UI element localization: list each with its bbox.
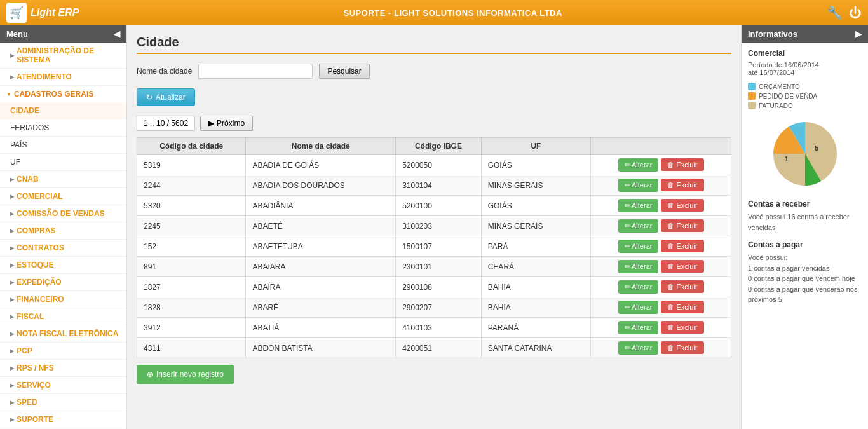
sidebar: Menu ◀ ▶ ADMINISTRAÇÃO DE SISTEMA ▶ ATEN… bbox=[0, 25, 127, 429]
header-icons: 🔧 ⏻ bbox=[827, 5, 862, 20]
alterar-button[interactable]: ✏ Alterar bbox=[618, 321, 659, 334]
cell-uf: BAHIA bbox=[481, 297, 590, 318]
power-icon[interactable]: ⏻ bbox=[849, 6, 862, 20]
sidebar-item-label: UF bbox=[10, 158, 20, 167]
next-icon: ▶ bbox=[208, 119, 214, 128]
excluir-button[interactable]: 🗑 Excluir bbox=[661, 341, 703, 354]
excluir-button[interactable]: 🗑 Excluir bbox=[661, 280, 703, 293]
alterar-button[interactable]: ✏ Alterar bbox=[618, 199, 659, 212]
sidebar-item-sped[interactable]: ▶ SPED bbox=[0, 394, 126, 411]
cell-codigo: 1827 bbox=[137, 277, 246, 297]
insert-button[interactable]: ⊕ Inserir novo registro bbox=[137, 365, 234, 384]
sidebar-item-label: CONTRATOS bbox=[17, 243, 64, 252]
sidebar-item-pais[interactable]: PAÍS bbox=[0, 137, 126, 154]
cell-codigo: 4311 bbox=[137, 338, 246, 358]
sidebar-item-label: COMERCIAL bbox=[17, 192, 63, 201]
sidebar-item-cnab[interactable]: ▶ CNAB bbox=[0, 171, 126, 188]
cell-ibge: 5200100 bbox=[396, 196, 482, 216]
wrench-icon[interactable]: 🔧 bbox=[827, 5, 843, 20]
alterar-button[interactable]: ✏ Alterar bbox=[618, 219, 659, 233]
sidebar-item-feriados[interactable]: FERIADOS bbox=[0, 119, 126, 137]
excluir-button[interactable]: 🗑 Excluir bbox=[661, 301, 703, 313]
sidebar-item-label: PCP bbox=[17, 346, 32, 355]
cell-actions: ✏ Alterar🗑 Excluir bbox=[591, 318, 731, 338]
search-button[interactable]: Pesquisar bbox=[319, 64, 369, 79]
excluir-button[interactable]: 🗑 Excluir bbox=[661, 158, 703, 171]
sidebar-item-contratos[interactable]: ▶ CONTRATOS bbox=[0, 240, 126, 257]
alterar-button[interactable]: ✏ Alterar bbox=[618, 280, 659, 294]
sidebar-item-estoque[interactable]: ▶ ESTOQUE bbox=[0, 257, 126, 274]
refresh-icon: ↻ bbox=[146, 93, 153, 102]
sidebar-item-rps[interactable]: ▶ RPS / NFS bbox=[0, 360, 126, 377]
sidebar-item-label: COMISSÃO DE VENDAS bbox=[17, 209, 105, 218]
contas-receber-title: Contas a receber bbox=[748, 200, 862, 208]
sidebar-item-comissao[interactable]: ▶ COMISSÃO DE VENDAS bbox=[0, 205, 126, 222]
alterar-button[interactable]: ✏ Alterar bbox=[618, 179, 659, 192]
alterar-button[interactable]: ✏ Alterar bbox=[618, 158, 659, 172]
sidebar-collapse-icon[interactable]: ◀ bbox=[114, 29, 120, 39]
sidebar-item-label: CADASTROS GERAIS bbox=[14, 90, 93, 99]
search-bar: Nome da cidade Pesquisar bbox=[137, 64, 731, 79]
cell-ibge: 2900108 bbox=[396, 277, 482, 297]
cell-codigo: 5320 bbox=[137, 196, 246, 216]
pie-chart: 5 1 bbox=[748, 116, 862, 192]
sidebar-item-label: PAÍS bbox=[10, 140, 27, 149]
sidebar-item-fiscal[interactable]: ▶ FISCAL bbox=[0, 308, 126, 325]
excluir-button[interactable]: 🗑 Excluir bbox=[661, 219, 703, 232]
comercial-title: Comercial bbox=[748, 49, 862, 58]
cell-uf: GOIÁS bbox=[481, 196, 590, 216]
excluir-button[interactable]: 🗑 Excluir bbox=[661, 260, 703, 273]
sidebar-item-compras[interactable]: ▶ COMPRAS bbox=[0, 222, 126, 240]
excluir-button[interactable]: 🗑 Excluir bbox=[661, 179, 703, 191]
page-title: Cidade bbox=[137, 35, 731, 54]
sidebar-item-uf[interactable]: UF bbox=[0, 154, 126, 171]
legend-label-orcamento: ORÇAMENTO bbox=[759, 83, 800, 90]
arrow-icon: ▶ bbox=[10, 280, 14, 285]
table-row: 1828ABARÉ2900207BAHIA✏ Alterar🗑 Excluir bbox=[137, 297, 731, 318]
sidebar-item-suporte[interactable]: ▶ SUPORTE bbox=[0, 411, 126, 428]
excluir-button[interactable]: 🗑 Excluir bbox=[661, 199, 703, 212]
sidebar-item-pcp[interactable]: ▶ PCP bbox=[0, 343, 126, 360]
logo-icon: 🛒 bbox=[6, 3, 27, 23]
excluir-button[interactable]: 🗑 Excluir bbox=[661, 321, 703, 334]
sidebar-item-label: EXPEDIÇÃO bbox=[17, 278, 62, 287]
sidebar-item-expedicao[interactable]: ▶ EXPEDIÇÃO bbox=[0, 274, 126, 291]
info-expand-icon[interactable]: ▶ bbox=[855, 29, 862, 39]
cell-codigo: 1828 bbox=[137, 297, 246, 318]
sidebar-item-label: COMPRAS bbox=[17, 226, 55, 235]
header-support-text: SUPORTE - LIGHT SOLUTIONS INFORMATICA LT… bbox=[79, 8, 827, 18]
sidebar-item-label: FINANCEIRO bbox=[17, 295, 64, 304]
cell-actions: ✏ Alterar🗑 Excluir bbox=[591, 196, 731, 216]
alterar-button[interactable]: ✏ Alterar bbox=[618, 240, 659, 253]
sidebar-item-admin[interactable]: ▶ ADMINISTRAÇÃO DE SISTEMA bbox=[0, 43, 126, 69]
sidebar-item-label: FISCAL bbox=[17, 312, 44, 321]
sidebar-item-atendimento[interactable]: ▶ ATENDIMENTO bbox=[0, 69, 126, 86]
cell-nome: ABADIA DE GOIÁS bbox=[246, 155, 396, 175]
arrow-icon: ▶ bbox=[10, 400, 14, 405]
next-button[interactable]: ▶ Próximo bbox=[200, 116, 253, 131]
cell-uf: MINAS GERAIS bbox=[481, 175, 590, 196]
table-row: 2244ABADIA DOS DOURADOS3100104MINAS GERA… bbox=[137, 175, 731, 196]
excluir-button[interactable]: 🗑 Excluir bbox=[661, 240, 703, 252]
legend-orcamento: ORÇAMENTO bbox=[748, 83, 862, 90]
sidebar-item-financeiro[interactable]: ▶ FINANCEIRO bbox=[0, 291, 126, 308]
sidebar-item-nfe[interactable]: ▶ NOTA FISCAL ELETRÔNICA bbox=[0, 325, 126, 343]
sidebar-item-cidade[interactable]: CIDADE bbox=[0, 102, 126, 119]
arrow-icon: ▶ bbox=[10, 262, 14, 268]
alterar-button[interactable]: ✏ Alterar bbox=[618, 341, 659, 355]
col-uf: UF bbox=[481, 138, 590, 155]
logo-text: Light ERP bbox=[31, 7, 79, 18]
sidebar-item-cadastros[interactable]: ▼ CADASTROS GERAIS bbox=[0, 86, 126, 102]
sidebar-item-comercial[interactable]: ▶ COMERCIAL bbox=[0, 188, 126, 205]
alterar-button[interactable]: ✏ Alterar bbox=[618, 301, 659, 314]
sidebar-item-servico[interactable]: ▶ SERVIÇO bbox=[0, 377, 126, 394]
arrow-icon: ▶ bbox=[10, 383, 14, 388]
cell-uf: PARANÁ bbox=[481, 318, 590, 338]
alterar-button[interactable]: ✏ Alterar bbox=[618, 260, 659, 273]
cell-nome: ABADIA DOS DOURADOS bbox=[246, 175, 396, 196]
col-actions bbox=[591, 138, 731, 155]
update-button[interactable]: ↻ Atualizar bbox=[137, 88, 195, 106]
col-codigo: Código da cidade bbox=[137, 138, 246, 155]
search-input[interactable] bbox=[198, 64, 313, 79]
legend: ORÇAMENTO PEDIDO DE VENDA FATURADO bbox=[748, 83, 862, 109]
